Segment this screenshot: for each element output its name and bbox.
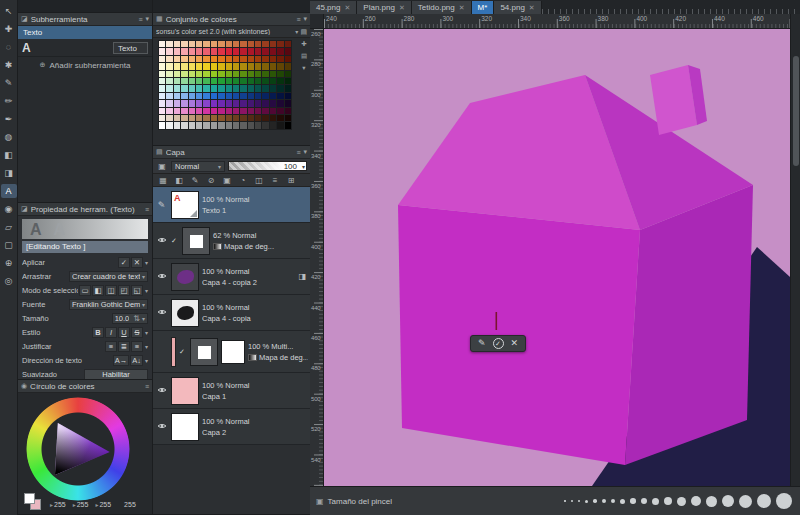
palette-swatch[interactable] (226, 78, 232, 84)
palette-swatch[interactable] (277, 93, 283, 99)
palette-swatch[interactable] (226, 48, 232, 54)
palette-swatch[interactable] (226, 122, 232, 128)
palette-swatch[interactable] (240, 56, 246, 62)
palette-swatch[interactable] (218, 108, 224, 114)
palette-swatch[interactable] (218, 85, 224, 91)
tool-property-option-button[interactable]: A↓ (130, 355, 143, 366)
palette-swatch[interactable] (233, 108, 239, 114)
palette-swatch[interactable] (240, 63, 246, 69)
palette-swatch[interactable] (189, 63, 195, 69)
palette-swatch[interactable] (262, 93, 268, 99)
palette-swatch[interactable] (203, 78, 209, 84)
tool-property-spinner[interactable]: 10.0⇅▾ (112, 313, 148, 324)
palette-swatch[interactable] (233, 115, 239, 121)
palette-swatch[interactable] (277, 85, 283, 91)
subtool-item-texto[interactable]: A Texto (18, 39, 152, 57)
palette-swatch[interactable] (166, 85, 172, 91)
palette-swatch[interactable] (255, 41, 261, 47)
tool-property-option-button[interactable]: ✕ (131, 257, 143, 268)
spinner-icon[interactable]: ⇅ (133, 314, 140, 323)
layers-toolbar-icon[interactable]: ◫ (253, 176, 265, 185)
palette-swatch[interactable] (203, 115, 209, 121)
palette-swatch[interactable] (174, 41, 180, 47)
palette-swatch[interactable] (218, 56, 224, 62)
layers-toolbar-icon[interactable]: ≡ (269, 176, 281, 185)
palette-swatch[interactable] (270, 85, 276, 91)
scroll-down-icon[interactable]: ▾ (302, 64, 305, 72)
palette-swatch[interactable] (166, 108, 172, 114)
close-tab-icon[interactable]: ✕ (344, 4, 350, 12)
palette-swatch[interactable] (248, 41, 254, 47)
blend-mode-select[interactable]: Normal ▾ (171, 161, 225, 172)
palette-swatch[interactable] (277, 122, 283, 128)
tool-property-option-button[interactable]: ✓ (118, 257, 130, 268)
palette-swatch[interactable] (189, 108, 195, 114)
brush-size-dot[interactable] (585, 500, 588, 503)
panel-menu-icon[interactable]: ≡ (296, 149, 300, 156)
cancel-icon[interactable]: ✕ (511, 336, 519, 351)
palette-swatch[interactable] (240, 100, 246, 106)
palette-swatch[interactable] (218, 93, 224, 99)
palette-swatch[interactable] (255, 78, 261, 84)
palette-swatch[interactable] (196, 41, 202, 47)
fill-tool[interactable]: ◧ (1, 148, 17, 162)
palette-swatch[interactable] (189, 93, 195, 99)
palette-swatch[interactable] (285, 115, 291, 121)
panel-collapse-icon[interactable]: ▾ (303, 15, 307, 23)
hand-tool[interactable]: ⊕ (1, 256, 17, 270)
brush-size-dot[interactable] (652, 498, 659, 505)
palette-swatch[interactable] (159, 41, 165, 47)
tool-property-option-button[interactable]: ◱ (131, 285, 143, 296)
palette-swatch[interactable] (211, 78, 217, 84)
brush-size-dot[interactable] (620, 499, 625, 504)
palette-swatch[interactable] (211, 63, 217, 69)
layer-row[interactable]: ✓100 % Multi...Mapa de deg... (153, 331, 310, 373)
palette-swatch[interactable] (159, 71, 165, 77)
palette-swatch[interactable] (196, 85, 202, 91)
palette-swatch[interactable] (277, 56, 283, 62)
palette-swatch[interactable] (174, 71, 180, 77)
palette-swatch[interactable] (270, 78, 276, 84)
palette-swatch[interactable] (233, 41, 239, 47)
palette-swatch[interactable] (233, 56, 239, 62)
brush-size-dot[interactable] (776, 493, 792, 509)
palette-swatch[interactable] (233, 71, 239, 77)
palette-swatch[interactable] (218, 41, 224, 47)
palette-swatch[interactable] (240, 85, 246, 91)
palette-swatch[interactable] (189, 41, 195, 47)
brush-tool[interactable]: ✒ (1, 112, 17, 126)
add-color-icon[interactable]: ✚ (301, 40, 306, 48)
brush-size-dot[interactable] (641, 498, 647, 504)
palette-swatch[interactable] (166, 56, 172, 62)
palette-swatch[interactable] (181, 93, 187, 99)
tool-property-select[interactable]: Franklin Gothic Demi▾ (69, 299, 148, 310)
palette-swatch[interactable] (270, 71, 276, 77)
tool-property-button[interactable]: Habilitar (84, 369, 148, 380)
palette-swatch[interactable] (240, 115, 246, 121)
palette-swatch[interactable] (226, 93, 232, 99)
palette-swatch[interactable] (196, 63, 202, 69)
palette-swatch[interactable] (277, 63, 283, 69)
palette-swatch[interactable] (181, 56, 187, 62)
palette-swatch[interactable] (159, 56, 165, 62)
airbrush-tool[interactable]: ◍ (1, 130, 17, 144)
palette-swatch[interactable] (255, 48, 261, 54)
palette-swatch[interactable] (159, 85, 165, 91)
palette-swatch[interactable] (226, 63, 232, 69)
palette-swatch[interactable] (189, 115, 195, 121)
tool-property-option-button[interactable]: ≡ (105, 341, 117, 352)
brush-size-dot[interactable] (706, 496, 717, 507)
palette-swatch[interactable] (196, 93, 202, 99)
opacity-slider[interactable]: 100 ▾ (228, 161, 307, 171)
color-set-selector[interactable]: sonsu's color set 2.0 (with skintones) ▾… (153, 26, 310, 38)
panel-menu-icon[interactable]: ≡ (145, 206, 149, 213)
tool-property-option-button[interactable]: U (118, 327, 130, 338)
palette-swatch[interactable] (248, 122, 254, 128)
palette-swatch[interactable] (255, 85, 261, 91)
close-tab-icon[interactable]: ✕ (399, 4, 405, 12)
palette-swatch[interactable] (203, 48, 209, 54)
palette-swatch[interactable] (196, 48, 202, 54)
palette-swatch[interactable] (226, 100, 232, 106)
palette-swatch[interactable] (211, 100, 217, 106)
zoom-tool[interactable]: ◎ (1, 274, 17, 288)
